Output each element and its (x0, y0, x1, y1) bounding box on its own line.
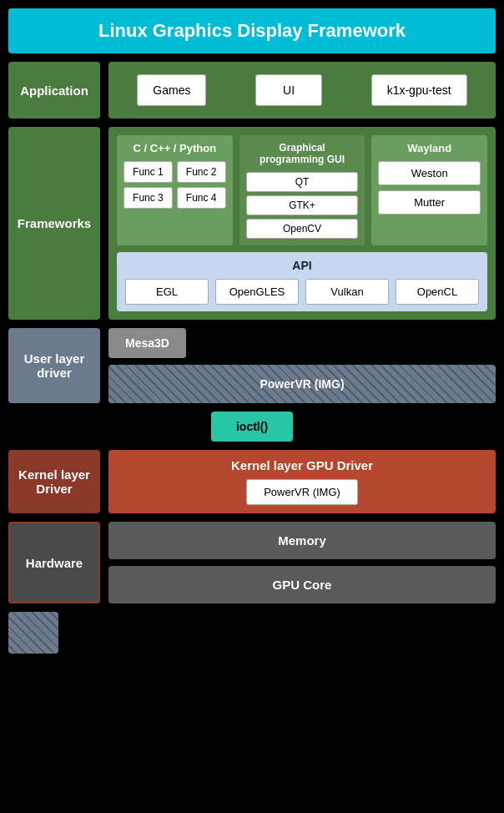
kernel-layer-driver-content: Kernel layer GPU Driver PowerVR (IMG) (108, 450, 496, 513)
kernel-layer-driver-row: Kernel layer Driver Kernel layer GPU Dri… (8, 450, 496, 513)
api-egl: EGL (125, 279, 209, 305)
api-opengles: OpenGLES (215, 279, 299, 305)
frameworks-content: C / C++ / Python Func 1 Func 2 Func 3 Fu… (108, 127, 496, 320)
hardware-label: Hardware (8, 522, 100, 603)
graphical-items: QT GTK+ OpenCV (246, 172, 359, 239)
kld-title: Kernel layer GPU Driver (231, 458, 373, 472)
application-content: Games UI k1x-gpu-test (108, 62, 496, 119)
kernel-layer-driver-label: Kernel layer Driver (8, 450, 100, 513)
wayland-weston: Weston (378, 161, 481, 185)
app-item-k1x: k1x-gpu-test (371, 74, 467, 106)
api-title: API (125, 259, 479, 272)
frameworks-label: Frameworks (8, 127, 100, 320)
application-row: Application Games UI k1x-gpu-test (8, 62, 496, 119)
api-items: EGL OpenGLES Vulkan OpenCL (125, 279, 479, 305)
user-layer-driver-label: User layer driver (8, 328, 100, 403)
frameworks-row: Frameworks C / C++ / Python Func 1 Func … (8, 127, 496, 320)
api-opencl: OpenCL (396, 279, 479, 305)
cpp-block: C / C++ / Python Func 1 Func 2 Func 3 Fu… (117, 135, 233, 245)
wayland-items: Weston Mutter (378, 161, 481, 215)
ioctl-box: ioctl() (211, 412, 293, 442)
cpp-title: C / C++ / Python (123, 142, 226, 154)
ioctl-row: ioctl() (8, 412, 496, 442)
api-vulkan: Vulkan (305, 279, 389, 305)
application-label: Application (8, 62, 100, 119)
graphical-title: Graphical programming GUI (246, 142, 359, 165)
frameworks-top: C / C++ / Python Func 1 Func 2 Func 3 Fu… (117, 135, 487, 245)
bottom-hatched-icon (8, 612, 58, 654)
user-layer-driver-content: Mesa3D PowerVR (IMG) (108, 328, 496, 403)
wayland-title: Wayland (378, 142, 481, 154)
graphical-gtk: GTK+ (246, 195, 359, 215)
user-layer-driver-row: User layer driver Mesa3D PowerVR (IMG) (8, 328, 496, 403)
hardware-content: Memory GPU Core (108, 522, 496, 603)
wayland-mutter: Mutter (378, 190, 481, 215)
func-4: Func 4 (177, 187, 226, 209)
hardware-row: Hardware Memory GPU Core (8, 522, 496, 603)
wayland-block: Wayland Weston Mutter (371, 135, 487, 245)
func-2: Func 2 (177, 161, 226, 183)
kld-inner-box: PowerVR (IMG) (246, 479, 358, 505)
hw-memory: Memory (108, 522, 496, 559)
app-item-ui: UI (255, 74, 322, 106)
app-item-games: Games (137, 74, 206, 106)
graphical-qt: QT (246, 172, 359, 192)
cpp-funcs: Func 1 Func 2 Func 3 Func 4 (123, 161, 226, 209)
api-block: API EGL OpenGLES Vulkan OpenCL (117, 252, 487, 311)
header-title: Linux Graphics Display Framework (8, 8, 496, 53)
graphical-opencv: OpenCV (246, 219, 359, 239)
powervr-hatched-driver: PowerVR (IMG) (108, 365, 496, 403)
func-3: Func 3 (123, 187, 173, 209)
hw-gpu-core: GPU Core (108, 566, 496, 603)
graphical-block: Graphical programming GUI QT GTK+ OpenCV (239, 135, 365, 245)
mesa-box: Mesa3D (108, 328, 186, 358)
powervr-hatched-text: PowerVR (IMG) (260, 377, 344, 391)
func-1: Func 1 (123, 161, 173, 183)
